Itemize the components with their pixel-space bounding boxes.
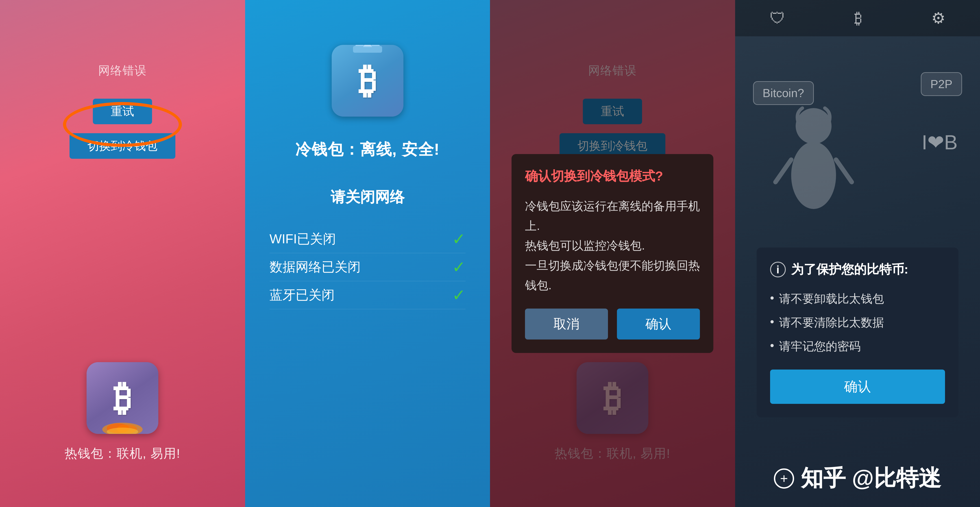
data-item: 数据网络已关闭 ✓	[270, 253, 466, 281]
ice-svg	[332, 45, 403, 56]
hot-wallet-icon-area: ₿ 热钱包：联机, 易用!	[65, 362, 181, 462]
confirm-button[interactable]: 确认	[617, 308, 700, 340]
cancel-button[interactable]: 取消	[525, 308, 608, 340]
info-dialog: i 为了保护您的比特币: 请不要卸载比太钱包 请不要清除比太数据 请牢记您的密码…	[757, 248, 958, 417]
info-circle-icon: i	[770, 262, 786, 277]
bitcoin-speech-bubble: Bitcoin?	[753, 81, 814, 105]
bluetooth-item: 蓝牙已关闭 ✓	[270, 281, 466, 309]
svg-rect-7	[353, 46, 382, 53]
illustration-area: Bitcoin? P2P I❤B i 为了保护您的	[735, 37, 980, 507]
cold-wallet-top: ₿ 冷钱包：离线, 安全!	[295, 0, 440, 160]
svg-line-11	[836, 160, 852, 182]
retry-button[interactable]: 重试	[93, 99, 152, 124]
hot-wallet-label: 热钱包：联机, 易用!	[65, 445, 181, 462]
header-bar: 🛡 ₿ ⚙	[735, 0, 980, 37]
svg-marker-6	[371, 45, 380, 46]
dialog-overlay: 确认切换到冷钱包模式? 冷钱包应该运行在离线的备用手机上. 热钱包可以监控冷钱包…	[490, 0, 735, 507]
network-check-section: 请关闭网络 WIFI已关闭 ✓ 数据网络已关闭 ✓ 蓝牙已关闭 ✓	[270, 187, 466, 309]
hot-wallet-icon: ₿	[87, 362, 158, 434]
dialog-buttons: 取消 确认	[525, 308, 700, 340]
panel-hot-wallet-confirm: 网络错误 重试 切换到冷钱包 确认切换到冷钱包模式? 冷钱包应该运行在离线的备用…	[490, 0, 735, 507]
dialog-body: 冷钱包应该运行在离线的备用手机上. 热钱包可以监控冷钱包. 一旦切换成冷钱包便不…	[525, 196, 700, 295]
cold-wallet-icon: ₿	[332, 45, 403, 117]
confirm-button-4[interactable]: 确认	[770, 370, 945, 404]
panel-info: 🛡 ₿ ⚙ Bitcoin? P2P I❤B	[735, 0, 980, 507]
info-item-1: 请不要卸载比太钱包	[770, 287, 945, 311]
wifi-item: WIFI已关闭 ✓	[270, 225, 466, 253]
dialog-title: 确认切换到冷钱包模式?	[525, 167, 700, 185]
network-error-label: 网络错误	[98, 63, 147, 78]
gear-icon: ⚙	[931, 9, 945, 27]
svg-marker-5	[355, 45, 364, 46]
plus-circle-icon: +	[774, 469, 794, 489]
info-item-2: 请不要清除比太数据	[770, 311, 945, 335]
wifi-label: WIFI已关闭	[270, 230, 336, 248]
svg-point-8	[795, 108, 832, 144]
switch-to-cold-button[interactable]: 切换到冷钱包	[70, 133, 175, 159]
bluetooth-check: ✓	[452, 286, 466, 305]
info-title: 为了保护您的比特币:	[791, 261, 908, 278]
girl-illustration-svg	[757, 103, 870, 238]
data-check: ✓	[452, 257, 466, 277]
bluetooth-label: 蓝牙已关闭	[270, 286, 334, 304]
watermark-text: 知乎 @比特迷	[801, 463, 941, 494]
panel-cold-wallet-setup: ₿ 冷钱包：离线, 安全! 请关闭网络 WIFI已关闭 ✓ 数据网络已关闭 ✓ …	[245, 0, 490, 507]
panel-hot-wallet-error: 网络错误 重试 切换到冷钱包 ₿ 热钱包：联机, 易用!	[0, 0, 245, 507]
watermark: + 知乎 @比特迷	[735, 463, 980, 494]
info-dialog-header: i 为了保护您的比特币:	[770, 261, 945, 278]
bitcoin-b-cold: ₿	[359, 60, 377, 101]
svg-point-9	[791, 142, 836, 209]
shield-icon: 🛡	[770, 9, 785, 27]
bitcoin-b-letter: ₿	[113, 377, 131, 419]
love-btc-text: I❤B	[922, 130, 958, 154]
svg-line-10	[775, 160, 791, 182]
p2p-speech-bubble: P2P	[921, 72, 962, 96]
info-list: 请不要卸载比太钱包 请不要清除比太数据 请牢记您的密码	[770, 287, 945, 358]
info-item-3: 请牢记您的密码	[770, 335, 945, 358]
fire-svg	[100, 416, 145, 434]
wifi-check: ✓	[452, 230, 466, 248]
bitcoin-icon: ₿	[854, 9, 862, 27]
confirm-dialog: 确认切换到冷钱包模式? 冷钱包应该运行在离线的备用手机上. 热钱包可以监控冷钱包…	[512, 154, 713, 353]
cold-wallet-title: 冷钱包：离线, 安全!	[295, 139, 440, 160]
network-section-title: 请关闭网络	[270, 187, 466, 207]
data-label: 数据网络已关闭	[270, 258, 361, 276]
